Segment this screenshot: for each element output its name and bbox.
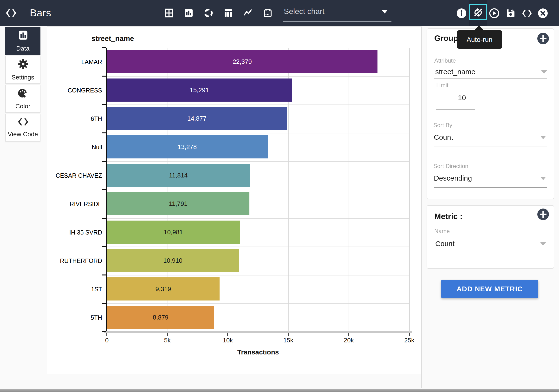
chevron-down-icon[interactable] — [541, 70, 547, 74]
app-root: Bars Select chart — [0, 0, 559, 392]
v-gridline — [409, 48, 410, 332]
metric-name-underline — [434, 253, 547, 253]
sort-direction-select[interactable]: Descending — [434, 174, 472, 182]
view-code-topbar-button[interactable] — [522, 9, 532, 20]
x-axis-tick — [288, 333, 289, 336]
select-chart-value: Select chart — [284, 7, 325, 16]
bar-row: 6TH14,877 — [107, 104, 409, 133]
add-new-metric-button[interactable]: ADD NEW METRIC — [441, 280, 538, 298]
bar-value-label: 11,791 — [169, 200, 187, 207]
chart-type-table-icon[interactable] — [163, 7, 176, 19]
chart-type-donut-icon[interactable] — [203, 7, 215, 19]
bar[interactable]: 10,910 — [107, 249, 239, 272]
attribute-underline — [434, 78, 547, 78]
bar[interactable]: 8,879 — [107, 306, 214, 329]
bar[interactable]: 9,319 — [107, 277, 220, 300]
y-axis-tick — [102, 303, 106, 304]
bar-value-label: 15,291 — [190, 86, 209, 94]
run-query-button[interactable] — [489, 8, 499, 20]
chart-type-bar-icon[interactable] — [183, 7, 195, 19]
metric-panel: Metric : Name Count — [427, 205, 554, 269]
category-label: Null — [92, 144, 102, 150]
bar-value-label: 9,319 — [156, 285, 171, 293]
bar[interactable]: 22,379 — [107, 50, 377, 73]
y-axis-tick — [102, 246, 106, 247]
auto-run-toggle-button[interactable] — [469, 4, 487, 20]
bar-row: IH 35 SVRD10,981 — [107, 218, 409, 247]
category-label: LAMAR — [81, 58, 102, 65]
chart-type-calendar-icon[interactable] — [262, 7, 274, 19]
category-label: 1ST — [91, 286, 102, 293]
attribute-select[interactable]: street_name — [435, 67, 475, 76]
gear-icon — [18, 59, 28, 71]
attribute-label: Attribute — [434, 57, 456, 64]
sidebar-item-color[interactable]: Color — [5, 85, 40, 113]
bar-value-label: 8,879 — [153, 314, 168, 321]
bar[interactable]: 11,814 — [107, 164, 250, 187]
category-label: RUTHERFORD — [60, 257, 102, 264]
sidebar-item-label: Settings — [11, 74, 34, 81]
bar[interactable]: 15,291 — [107, 78, 292, 102]
code-brackets-icon — [17, 118, 29, 128]
bar-value-label: 14,877 — [187, 115, 206, 122]
bar-row: Null13,278 — [107, 133, 409, 161]
y-axis-tick — [102, 189, 106, 190]
category-label: RIVERSIDE — [70, 201, 102, 207]
info-button[interactable] — [457, 8, 466, 20]
x-axis-tick — [409, 333, 410, 336]
window-bottom-strip — [0, 389, 559, 392]
sidebar-item-view-code[interactable]: View Code — [5, 114, 40, 141]
y-axis-tick — [102, 161, 106, 162]
bar[interactable]: 14,877 — [107, 107, 287, 130]
bar-row: CESAR CHAVEZ11,814 — [107, 161, 409, 190]
close-button[interactable] — [538, 8, 548, 20]
save-button[interactable] — [505, 8, 516, 20]
sort-by-underline — [434, 146, 547, 146]
sidebar-item-settings[interactable]: Settings — [5, 56, 40, 84]
select-chart-underline — [283, 21, 392, 22]
bar-value-label: 13,278 — [178, 143, 197, 150]
app-code-icon[interactable] — [5, 7, 17, 19]
y-axis-tick — [102, 47, 106, 48]
bar-row: 5TH8,879 — [107, 303, 409, 332]
metric-name-select[interactable]: Count — [435, 239, 455, 248]
sort-by-select[interactable]: Count — [434, 133, 453, 141]
add-group-plus-button[interactable] — [537, 32, 549, 45]
bar[interactable]: 11,791 — [107, 192, 249, 215]
sidebar-item-data[interactable]: Data — [5, 27, 40, 55]
chevron-down-icon[interactable] — [540, 242, 546, 246]
metric-panel-title: Metric : — [434, 212, 462, 221]
bar-value-label: 11,814 — [169, 172, 188, 179]
category-label: IH 35 SVRD — [69, 229, 102, 236]
data-chart-icon — [18, 30, 28, 42]
bar-value-label: 22,379 — [233, 58, 252, 65]
limit-input[interactable]: 10 — [458, 93, 466, 102]
sidebar-item-label: Data — [16, 45, 30, 52]
select-chart-dropdown[interactable]: Select chart — [283, 4, 392, 22]
x-tick-label: 5k — [164, 337, 170, 344]
bar[interactable]: 13,278 — [107, 135, 268, 159]
sort-by-label: Sort By — [433, 122, 452, 129]
y-axis-tick — [102, 218, 106, 219]
limit-underline — [436, 109, 475, 110]
bar-row: LAMAR22,379 — [107, 48, 409, 76]
x-tick-label: 15k — [283, 337, 293, 344]
chevron-down-icon — [382, 10, 388, 13]
x-tick-label: 10k — [223, 337, 233, 344]
chart-type-line-icon[interactable] — [242, 7, 254, 19]
x-tick-label: 0 — [105, 337, 109, 344]
sidebar-item-label: Color — [15, 102, 30, 110]
x-axis-tick — [167, 333, 168, 336]
metric-name-label: Name — [434, 228, 450, 234]
limit-label: Limit — [436, 82, 448, 89]
bar-row: RIVERSIDE11,791 — [107, 190, 409, 218]
auto-run-tooltip: Auto-run — [457, 30, 502, 49]
chart-type-columns-icon[interactable] — [222, 7, 235, 19]
group-panel: Group: 1 Attribute street_name Limit 10 … — [427, 28, 554, 199]
chevron-down-icon[interactable] — [540, 136, 546, 139]
bar[interactable]: 10,981 — [107, 221, 240, 244]
x-axis-tick — [106, 333, 107, 336]
chevron-down-icon[interactable] — [540, 177, 546, 180]
add-metric-plus-button[interactable] — [537, 208, 549, 221]
category-label: 6TH — [91, 115, 102, 122]
